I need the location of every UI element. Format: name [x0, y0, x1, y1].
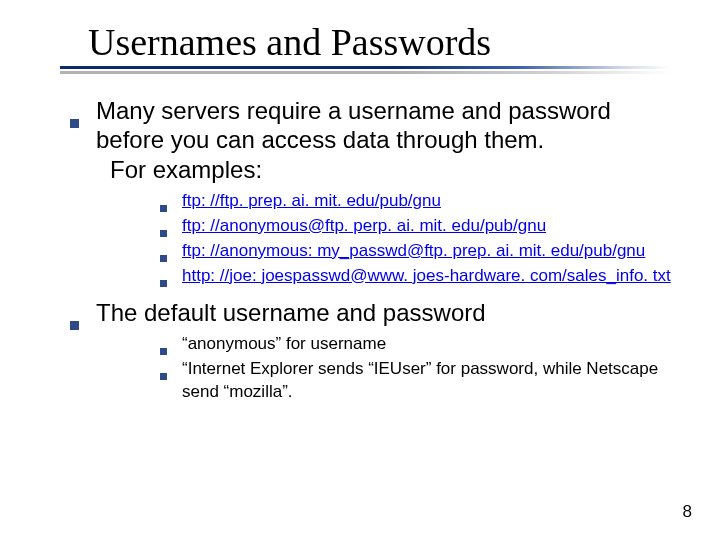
- square-bullet-icon: [70, 105, 79, 134]
- slide-title: Usernames and Passwords: [88, 20, 680, 64]
- ftp-link-1[interactable]: ftp: //ftp. prep. ai. mit. edu/pub/gnu: [182, 191, 441, 210]
- square-bullet-icon: [70, 307, 79, 336]
- sub-bullet-link-3: ftp: //anonymous: my_passwd@ftp. prep. a…: [160, 240, 680, 263]
- slide-body: Many servers require a username and pass…: [40, 96, 680, 404]
- ftp-link-2[interactable]: ftp: //anonymous@ftp. perp. ai. mit. edu…: [182, 216, 546, 235]
- slide: Usernames and Passwords Many servers req…: [0, 0, 720, 540]
- page-number: 8: [683, 502, 692, 522]
- sub-bullet-link-2: ftp: //anonymous@ftp. perp. ai. mit. edu…: [160, 215, 680, 238]
- bullet-main-1: Many servers require a username and pass…: [70, 96, 680, 288]
- sub-bullet-2-1: “anonymous” for username: [160, 333, 680, 356]
- sub-bullet-link-4: http: //joe: joespasswd@www. joes-hardwa…: [160, 265, 680, 288]
- square-bullet-icon: [160, 271, 167, 294]
- http-link-4[interactable]: http: //joe: joespasswd@www. joes-hardwa…: [182, 266, 671, 285]
- bullet-text: Many servers require a username and pass…: [96, 97, 611, 124]
- sub-bullet-link-1: ftp: //ftp. prep. ai. mit. edu/pub/gnu: [160, 190, 680, 213]
- title-underline: [60, 66, 670, 74]
- bullet-main-2: The default username and password “anony…: [70, 298, 680, 404]
- square-bullet-icon: [160, 364, 167, 387]
- bullet-text: For examples:: [110, 155, 680, 184]
- sub-bullet-2-2: “Internet Explorer sends “IEUser” for pa…: [160, 358, 680, 404]
- sub-bullet-text: “Internet Explorer sends “IEUser” for pa…: [182, 359, 658, 401]
- bullet-text: before you can access data through them.: [96, 126, 544, 153]
- ftp-link-3[interactable]: ftp: //anonymous: my_passwd@ftp. prep. a…: [182, 241, 645, 260]
- sub-bullet-text: “anonymous” for username: [182, 334, 386, 353]
- bullet-text: The default username and password: [96, 299, 486, 326]
